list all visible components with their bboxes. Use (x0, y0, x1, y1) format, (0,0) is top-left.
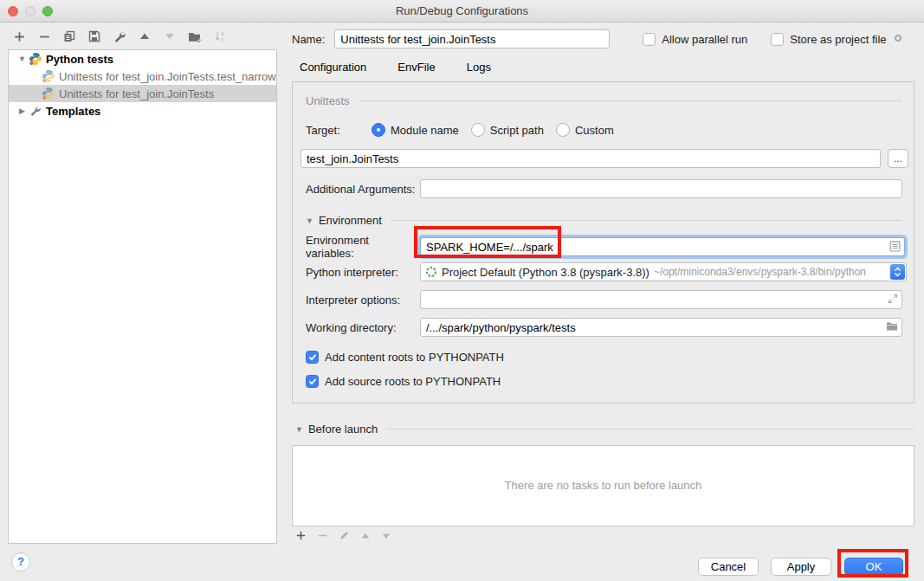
tree-item-label: Templates (46, 105, 100, 118)
unittests-section-label: Unittests (306, 94, 350, 107)
before-launch-label: Before launch (308, 423, 378, 436)
allow-parallel-run-checkbox[interactable]: Allow parallel run (643, 33, 747, 46)
working-directory-label: Working directory: (306, 321, 420, 334)
working-directory-row: Working directory: (306, 318, 902, 337)
content-roots-checkbox[interactable]: Add content roots to PYTHONPATH (306, 351, 504, 364)
interpreter-options-input[interactable] (420, 290, 902, 309)
move-up-icon[interactable] (137, 29, 152, 44)
browse-button[interactable]: ... (888, 149, 908, 168)
unittests-section-header: Unittests (306, 94, 901, 107)
radio-script-path[interactable] (471, 123, 485, 137)
before-launch-toolbar (295, 529, 391, 545)
tab-configuration[interactable]: Configuration (300, 57, 366, 81)
tree-item-label: Unittests for test_join.JoinTests (59, 87, 214, 100)
interpreter-options-row: Interpreter options: (306, 290, 902, 309)
task-down-icon[interactable] (381, 531, 391, 544)
conda-env-icon (425, 266, 437, 278)
sort-alphabetically-icon[interactable]: az (212, 29, 228, 44)
env-vars-list-icon[interactable] (889, 241, 901, 255)
title-bar: Run/Debug Configurations (0, 0, 924, 23)
apply-button[interactable]: Apply (771, 558, 831, 576)
environment-section-header: ▼ Environment (306, 214, 901, 227)
name-row: Name: Allow parallel run Store as projec… (292, 29, 904, 48)
config-tabs: Configuration EnvFile Logs (292, 57, 491, 81)
configurations-toolbar: az (11, 28, 228, 45)
before-launch-empty-text: There are no tasks to run before launch (293, 479, 914, 492)
task-up-icon[interactable] (360, 531, 371, 544)
templates-wrench-icon (29, 104, 42, 118)
python-test-icon (42, 69, 55, 83)
svg-text:z: z (221, 36, 223, 42)
before-launch-task-list: There are no tasks to run before launch (292, 445, 914, 526)
additional-arguments-row: Additional Arguments: (306, 179, 902, 198)
checkbox-unchecked[interactable] (643, 33, 656, 46)
python-interpreter-row: Python interpreter: Project Default (Pyt… (306, 262, 907, 281)
store-as-project-file-label: Store as project file (790, 33, 886, 46)
edit-defaults-wrench-icon[interactable] (112, 29, 127, 44)
store-as-project-file-checkbox[interactable]: Store as project file (771, 33, 886, 46)
source-roots-checkbox[interactable]: Add source roots to PYTHONPATH (306, 375, 501, 388)
python-tests-icon (29, 52, 42, 66)
additional-arguments-input[interactable] (420, 179, 902, 198)
name-input[interactable] (334, 29, 610, 48)
additional-arguments-label: Additional Arguments: (306, 183, 420, 196)
window-title: Run/Debug Configurations (0, 4, 924, 17)
chevron-down-icon[interactable]: ▼ (17, 55, 27, 63)
gear-icon[interactable] (892, 32, 904, 47)
chevron-down-icon[interactable]: ▼ (295, 425, 303, 434)
radio-custom-label: Custom (575, 124, 614, 137)
tree-item-test-narrow[interactable]: Unittests for test_join.JoinTests.test_n… (9, 68, 276, 85)
module-name-input[interactable] (300, 149, 881, 168)
radio-module-name-label: Module name (391, 124, 459, 137)
python-interpreter-path: ~/opt/miniconda3/envs/pyspark-3.8/bin/py… (654, 266, 866, 278)
before-launch-section-header: ▼ Before launch (295, 423, 914, 436)
expand-icon[interactable] (888, 294, 898, 307)
chevron-right-icon[interactable]: ▶ (17, 107, 27, 115)
cancel-button[interactable]: Cancel (698, 558, 759, 576)
tab-logs[interactable]: Logs (467, 57, 491, 81)
source-roots-label: Add source roots to PYTHONPATH (325, 375, 501, 388)
tree-item-jointests-selected[interactable]: Unittests for test_join.JoinTests (9, 85, 276, 102)
configuration-panel: Unittests Target: Module name Script pat… (292, 81, 914, 403)
tree-item-python-tests[interactable]: ▼ Python tests (9, 50, 276, 68)
help-button[interactable]: ? (11, 552, 30, 571)
target-label: Target: (306, 124, 359, 137)
folder-icon[interactable] (886, 321, 898, 334)
python-test-icon (42, 87, 55, 100)
tree-item-templates[interactable]: ▶ Templates (9, 102, 276, 119)
ok-button[interactable]: OK (844, 558, 903, 576)
checkbox-checked[interactable] (306, 375, 319, 388)
radio-script-path-label: Script path (490, 124, 544, 137)
copy-icon[interactable] (61, 29, 77, 44)
checkbox-checked[interactable] (306, 351, 319, 364)
remove-icon[interactable] (36, 29, 52, 44)
radio-module-name[interactable] (372, 123, 385, 137)
name-label: Name: (292, 33, 325, 46)
radio-custom[interactable] (556, 123, 570, 137)
tree-item-label: Unittests for test_join.JoinTests.test_n… (59, 70, 276, 83)
add-task-icon[interactable] (295, 530, 307, 544)
move-down-icon[interactable] (162, 29, 178, 44)
new-folder-icon[interactable] (187, 29, 203, 44)
remove-task-icon[interactable] (317, 530, 328, 544)
tree-item-label: Python tests (46, 53, 113, 66)
environment-variables-input[interactable] (420, 237, 905, 256)
environment-section-label: Environment (319, 214, 382, 227)
checkbox-unchecked[interactable] (771, 33, 784, 46)
python-interpreter-select[interactable]: Project Default (Python 3.8 (pyspark-3.8… (420, 262, 907, 281)
working-directory-input[interactable] (420, 318, 902, 337)
content-roots-label: Add content roots to PYTHONPATH (325, 351, 504, 364)
interpreter-options-label: Interpreter options: (306, 294, 420, 307)
select-stepper-icon[interactable] (890, 264, 905, 280)
save-icon[interactable] (87, 29, 102, 44)
chevron-down-icon[interactable]: ▼ (306, 216, 313, 225)
python-interpreter-value: Project Default (Python 3.8 (pyspark-3.8… (442, 266, 649, 279)
module-name-row: ... (300, 149, 908, 168)
svg-text:a: a (221, 30, 224, 36)
add-icon[interactable] (11, 29, 27, 44)
tab-envfile[interactable]: EnvFile (397, 57, 435, 81)
allow-parallel-run-label: Allow parallel run (662, 33, 747, 46)
target-row: Target: Module name Script path Custom (306, 121, 626, 139)
environment-variables-row: Environment variables: (306, 234, 905, 260)
edit-task-pencil-icon[interactable] (339, 530, 350, 544)
